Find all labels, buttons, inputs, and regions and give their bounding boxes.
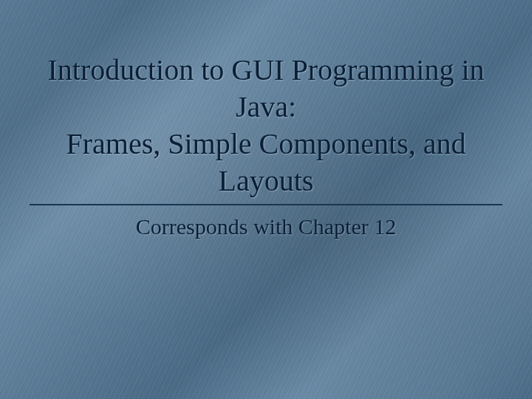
presentation-slide: Introduction to GUI Programming in Java:… (0, 0, 532, 399)
slide-title: Introduction to GUI Programming in Java:… (30, 52, 502, 205)
slide-subtitle: Corresponds with Chapter 12 (136, 214, 396, 239)
